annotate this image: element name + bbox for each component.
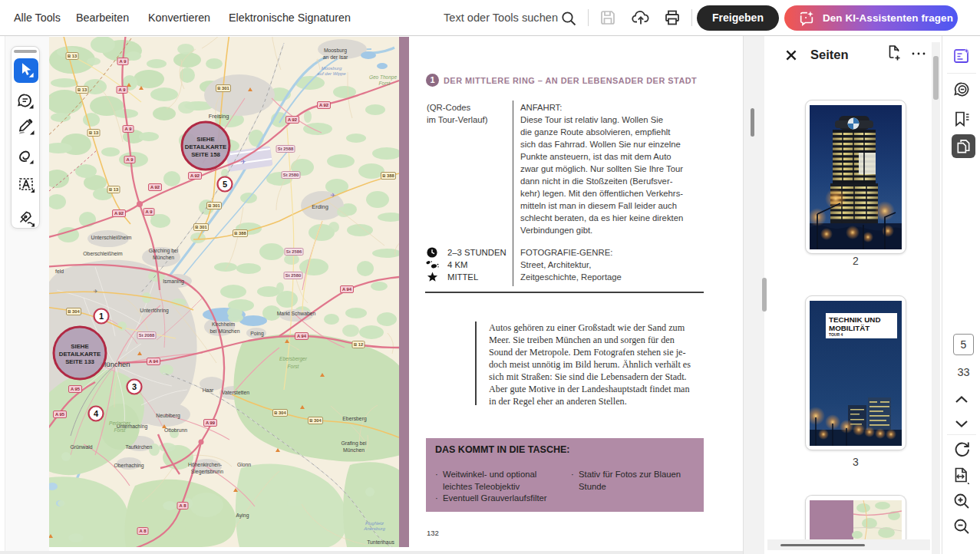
svg-text:B 13: B 13 (68, 54, 78, 58)
svg-text:A 95: A 95 (55, 412, 65, 417)
svg-text:A 99: A 99 (206, 420, 216, 425)
svg-text:FlugNetz: FlugNetz (365, 521, 384, 526)
svg-text:B 301: B 301 (195, 225, 207, 229)
svg-text:SEITE 133: SEITE 133 (65, 358, 94, 365)
svg-text:SIEHE: SIEHE (196, 136, 214, 143)
svg-text:A 95: A 95 (71, 387, 81, 391)
svg-text:B 304: B 304 (68, 309, 80, 314)
svg-text:MOBILITÄT: MOBILITÄT (829, 324, 869, 332)
svg-text:an der Isar: an der Isar (323, 54, 348, 60)
svg-text:Glonn: Glonn (237, 462, 251, 467)
svg-text:TOUR 4: TOUR 4 (829, 332, 843, 337)
svg-text:B 12: B 12 (354, 342, 363, 347)
svg-text:A 92: A 92 (319, 103, 328, 107)
svg-text:1: 1 (99, 312, 104, 321)
svg-text:bei München: bei München (210, 328, 240, 334)
svg-text:B 301: B 301 (208, 203, 220, 208)
svg-text:SIEHE: SIEHE (71, 343, 88, 350)
svg-text:Unterföhring: Unterföhring (140, 308, 169, 314)
svg-text:B 301: B 301 (217, 86, 229, 91)
svg-text:B 13: B 13 (109, 187, 119, 192)
svg-text:Aying: Aying (236, 513, 249, 519)
svg-text:Oberschleißheim: Oberschleißheim (83, 251, 123, 256)
svg-text:Garching bei: Garching bei (149, 248, 179, 254)
svg-text:5: 5 (223, 180, 227, 189)
svg-text:A 9: A 9 (127, 157, 134, 162)
svg-text:Haar: Haar (203, 387, 214, 393)
svg-text:B 388: B 388 (234, 231, 246, 236)
svg-text:Forst: Forst (288, 364, 300, 369)
svg-text:St 2586: St 2586 (286, 249, 302, 254)
svg-text:auf der Wippe: auf der Wippe (317, 71, 346, 76)
svg-text:Neubiberg: Neubiberg (156, 413, 180, 419)
svg-text:Erding: Erding (312, 203, 328, 210)
svg-text:St 2588: St 2588 (278, 147, 294, 151)
svg-text:A 9: A 9 (119, 87, 127, 92)
svg-text:Anersburg: Anersburg (363, 526, 385, 531)
svg-text:B 13: B 13 (78, 87, 87, 92)
svg-text:St 2088: St 2088 (139, 333, 155, 338)
svg-text:Ottobrunn: Ottobrunn (164, 427, 187, 433)
svg-text:3: 3 (132, 382, 137, 391)
svg-text:A 9: A 9 (146, 209, 153, 214)
svg-text:A 92: A 92 (288, 117, 297, 122)
svg-text:✈: ✈ (94, 289, 98, 294)
svg-text:B 304: B 304 (274, 411, 286, 415)
svg-text:4: 4 (94, 409, 99, 418)
svg-text:Ismaning: Ismaning (163, 279, 184, 285)
svg-text:Unterschleißheim: Unterschleißheim (91, 235, 132, 240)
svg-text:B 388: B 388 (382, 173, 394, 178)
svg-text:✈: ✈ (240, 158, 246, 166)
svg-text:Höhenkirchen-: Höhenkirchen- (188, 462, 222, 467)
svg-text:A 9: A 9 (120, 59, 127, 64)
svg-text:Oberhaching: Oberhaching (114, 463, 144, 469)
svg-text:Moosburg: Moosburg (322, 66, 342, 71)
svg-text:B 13: B 13 (89, 130, 99, 135)
svg-text:A 8: A 8 (180, 503, 187, 508)
svg-text:Taufkirchen: Taufkirchen (126, 444, 153, 450)
svg-text:Forst: Forst (114, 427, 127, 433)
svg-text:München: München (343, 447, 365, 453)
svg-text:Ebersberger: Ebersberger (279, 356, 308, 362)
svg-text:Grünwald: Grünwald (70, 444, 92, 450)
svg-text:Moosburg: Moosburg (324, 48, 347, 54)
svg-text:Perlacher: Perlacher (109, 420, 131, 426)
svg-text:A 94: A 94 (297, 334, 307, 338)
svg-text:Forst: Forst (379, 81, 391, 86)
svg-text:DETAILKARTE: DETAILKARTE (59, 351, 101, 358)
svg-text:St 2580: St 2580 (283, 173, 299, 177)
svg-text:B 304: B 304 (309, 418, 322, 423)
svg-text:DETAILKARTE: DETAILKARTE (185, 143, 226, 150)
svg-text:Freising: Freising (209, 113, 229, 120)
svg-text:Grafing bei: Grafing bei (341, 440, 367, 447)
svg-text:TECHNIK UND: TECHNIK UND (829, 315, 881, 324)
svg-text:St 2580: St 2580 (285, 273, 301, 278)
svg-text:Siegertsbrunn: Siegertsbrunn (191, 469, 224, 475)
svg-text:Markt Schwaben: Markt Schwaben (277, 311, 316, 316)
svg-text:Geo Thonpe: Geo Thonpe (369, 74, 398, 81)
svg-text:A 9: A 9 (125, 127, 133, 131)
svg-text:Vaterstetten: Vaterstetten (222, 390, 249, 395)
svg-text:A 94: A 94 (149, 359, 159, 364)
svg-text:A 94: A 94 (342, 287, 352, 292)
svg-text:Ebersberg: Ebersberg (342, 416, 367, 422)
svg-text:Kirchheim: Kirchheim (212, 322, 236, 327)
svg-text:SEITE 158: SEITE 158 (191, 151, 220, 158)
svg-text:A 92: A 92 (190, 173, 200, 178)
svg-text:Poing: Poing (250, 331, 264, 337)
svg-text:Tuntenhaus: Tuntenhaus (367, 539, 394, 545)
svg-text:feld: feld (55, 269, 64, 274)
svg-text:A 92: A 92 (150, 185, 160, 190)
svg-text:München: München (153, 255, 174, 260)
svg-text:A 92: A 92 (114, 211, 124, 216)
svg-text:✈: ✈ (331, 192, 336, 199)
svg-text:A 8: A 8 (140, 529, 147, 533)
